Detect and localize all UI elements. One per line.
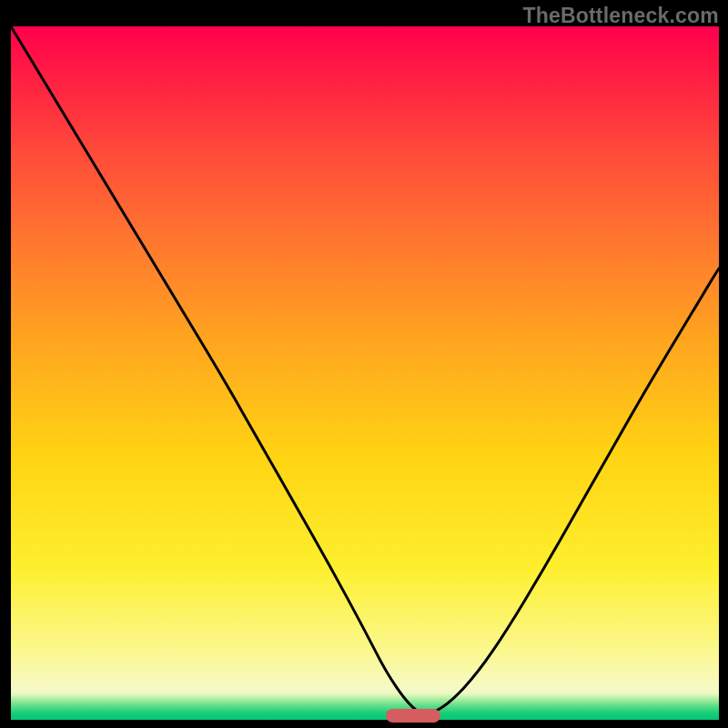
chart-frame: TheBottleneck.com [0,0,728,728]
bottleneck-curve [11,26,719,720]
plot-area [11,26,719,720]
curve-path [11,26,719,713]
watermark-text: TheBottleneck.com [522,4,719,28]
optimal-marker-chip [386,709,440,723]
